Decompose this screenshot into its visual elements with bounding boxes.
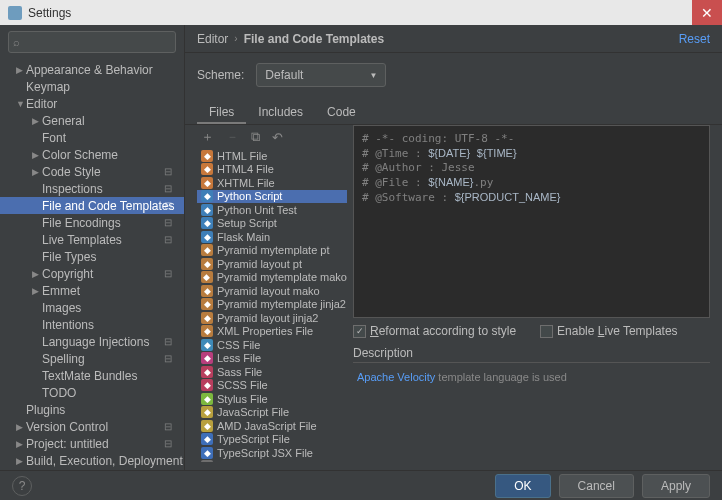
reformat-checkbox[interactable]: ✓ Reformat according to style <box>353 324 516 338</box>
template-item[interactable]: ◆SCSS File <box>197 379 347 393</box>
template-item[interactable]: ◆Stylus File <box>197 392 347 406</box>
scope-badge-icon: ⊟ <box>164 336 176 348</box>
code-editor[interactable]: # -*- coding: UTF-8 -*-# @Time : ${DATE}… <box>353 125 710 318</box>
xml-icon: ◆ <box>201 244 213 256</box>
scheme-select[interactable]: Default ▼ <box>256 63 386 87</box>
xml-icon: ◆ <box>201 271 213 283</box>
template-item[interactable]: ◆Flask Main <box>197 230 347 244</box>
scope-badge-icon: ⊟ <box>164 166 176 178</box>
template-item[interactable]: ◆Pyramid mytemplate pt <box>197 244 347 258</box>
arrow-icon: ▶ <box>32 269 42 279</box>
template-item[interactable]: ◆Pyramid layout pt <box>197 257 347 271</box>
live-templates-checkbox[interactable]: Enable Live Templates <box>540 324 678 338</box>
template-item[interactable]: ◆XML Properties File <box>197 325 347 339</box>
template-item[interactable]: ◆AMD JavaScript File <box>197 419 347 433</box>
tree-item-font[interactable]: Font <box>0 129 184 146</box>
velocity-link[interactable]: Apache Velocity <box>357 371 435 383</box>
tab-includes[interactable]: Includes <box>246 101 315 124</box>
tree-item-language-injections[interactable]: Language Injections⊟ <box>0 333 184 350</box>
titlebar: Settings ✕ <box>0 0 722 25</box>
tree-item-color-scheme[interactable]: ▶Color Scheme <box>0 146 184 163</box>
tree-item-file-types[interactable]: File Types <box>0 248 184 265</box>
tree-item-plugins[interactable]: Plugins <box>0 401 184 418</box>
app-icon <box>8 6 22 20</box>
tree-item-todo[interactable]: TODO <box>0 384 184 401</box>
revert-button[interactable]: ↶ <box>272 130 283 145</box>
tree-item-file-and-code-templates[interactable]: File and Code Templates⊟ <box>0 197 184 214</box>
template-item[interactable]: ◆tsconfig.json <box>197 460 347 463</box>
tree-item-code-style[interactable]: ▶Code Style⊟ <box>0 163 184 180</box>
tree-item-project-untitled[interactable]: ▶Project: untitled⊟ <box>0 435 184 452</box>
template-item[interactable]: ◆TypeScript JSX File <box>197 446 347 460</box>
tab-code[interactable]: Code <box>315 101 368 124</box>
tree-item-live-templates[interactable]: Live Templates⊟ <box>0 231 184 248</box>
template-item[interactable]: ◆HTML4 File <box>197 163 347 177</box>
arrow-icon: ▶ <box>16 439 26 449</box>
description-text: template language is used <box>435 371 566 383</box>
tree-item-spelling[interactable]: Spelling⊟ <box>0 350 184 367</box>
tree-item-appearance-behavior[interactable]: ▶Appearance & Behavior <box>0 61 184 78</box>
py-icon: ◆ <box>201 231 213 243</box>
search-input[interactable]: ⌕ <box>8 31 176 53</box>
ts-icon: ◆ <box>201 447 213 459</box>
template-item[interactable]: ◆Pyramid mytemplate mako <box>197 271 347 285</box>
template-item[interactable]: ◆HTML File <box>197 149 347 163</box>
tab-files[interactable]: Files <box>197 101 246 124</box>
js-icon: ◆ <box>201 420 213 432</box>
template-item[interactable]: ◆CSS File <box>197 338 347 352</box>
tree-item-textmate-bundles[interactable]: TextMate Bundles <box>0 367 184 384</box>
scope-badge-icon: ⊟ <box>164 234 176 246</box>
template-item[interactable]: ◆Sass File <box>197 365 347 379</box>
html-icon: ◆ <box>201 150 213 162</box>
templates-pane: ＋ － ⧉ ↶ ◆HTML File◆HTML4 File◆XHTML File… <box>197 125 347 462</box>
tree-item-images[interactable]: Images <box>0 299 184 316</box>
template-item[interactable]: ◆Pyramid layout mako <box>197 284 347 298</box>
chevron-right-icon: › <box>234 33 237 44</box>
ok-button[interactable]: OK <box>495 474 550 498</box>
js-icon: ◆ <box>201 406 213 418</box>
template-item[interactable]: ◆XHTML File <box>197 176 347 190</box>
template-item[interactable]: ◆Less File <box>197 352 347 366</box>
tree-item-emmet[interactable]: ▶Emmet <box>0 282 184 299</box>
template-item[interactable]: ◆Python Unit Test <box>197 203 347 217</box>
arrow-icon: ▶ <box>32 167 42 177</box>
help-button[interactable]: ? <box>12 476 32 496</box>
template-item[interactable]: ◆JavaScript File <box>197 406 347 420</box>
template-item[interactable]: ◆Python Script <box>197 190 347 204</box>
tree-item-inspections[interactable]: Inspections⊟ <box>0 180 184 197</box>
tree-item-intentions[interactable]: Intentions <box>0 316 184 333</box>
add-button[interactable]: ＋ <box>201 128 214 146</box>
tree-item-build-execution-deployment[interactable]: ▶Build, Execution, Deployment <box>0 452 184 469</box>
close-button[interactable]: ✕ <box>692 0 722 25</box>
apply-button[interactable]: Apply <box>642 474 710 498</box>
tree-item-editor[interactable]: ▼Editor <box>0 95 184 112</box>
template-item[interactable]: ◆Setup Script <box>197 217 347 231</box>
reset-link[interactable]: Reset <box>679 32 710 46</box>
copy-button[interactable]: ⧉ <box>251 129 260 145</box>
tabs: FilesIncludesCode <box>185 101 722 125</box>
template-item[interactable]: ◆TypeScript File <box>197 433 347 447</box>
template-item[interactable]: ◆Pyramid mytemplate jinja2 <box>197 298 347 312</box>
remove-button[interactable]: － <box>226 128 239 146</box>
py-icon: ◆ <box>201 204 213 216</box>
py-icon: ◆ <box>201 217 213 229</box>
html-icon: ◆ <box>201 177 213 189</box>
scss-icon: ◆ <box>201 379 213 391</box>
tree-item-keymap[interactable]: Keymap <box>0 78 184 95</box>
scope-badge-icon: ⊟ <box>164 200 176 212</box>
scope-badge-icon: ⊟ <box>164 353 176 365</box>
tree-item-copyright[interactable]: ▶Copyright⊟ <box>0 265 184 282</box>
window-title: Settings <box>28 6 71 20</box>
scope-badge-icon: ⊟ <box>164 438 176 450</box>
xml-icon: ◆ <box>201 258 213 270</box>
template-item[interactable]: ◆Pyramid layout jinja2 <box>197 311 347 325</box>
xml-icon: ◆ <box>201 312 213 324</box>
tree-item-general[interactable]: ▶General <box>0 112 184 129</box>
tree-item-file-encodings[interactable]: File Encodings⊟ <box>0 214 184 231</box>
search-icon: ⌕ <box>13 36 20 48</box>
tree-item-version-control[interactable]: ▶Version Control⊟ <box>0 418 184 435</box>
breadcrumb-parent[interactable]: Editor <box>197 32 228 46</box>
cancel-button[interactable]: Cancel <box>559 474 634 498</box>
options-row: ✓ Reformat according to style Enable Liv… <box>353 318 710 344</box>
arrow-icon: ▼ <box>16 99 26 109</box>
